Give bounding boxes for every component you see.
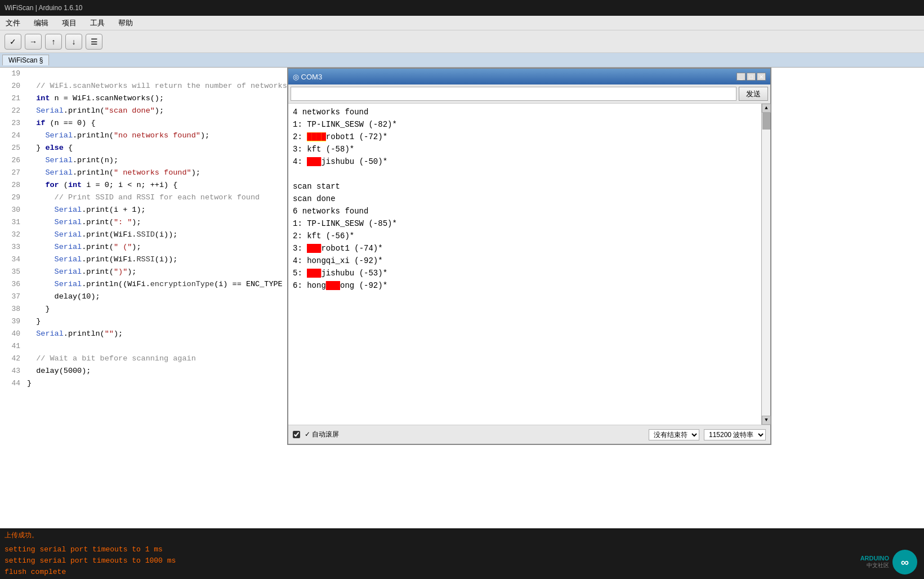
- close-button[interactable]: ✕: [757, 73, 766, 81]
- output-line: 2: ████robot1 (-72)*: [293, 131, 766, 143]
- output-line: 4 networks found: [293, 106, 766, 118]
- title-text: WiFiScan | Arduino 1.6.10: [5, 4, 83, 12]
- send-button[interactable]: 发送: [739, 87, 768, 101]
- output-line: 4: hongqi_xi (-92)*: [293, 255, 766, 267]
- toolbar: ✓ → ↑ ↓ ☰: [0, 30, 924, 53]
- output-line: 3: kft (-58)*: [293, 143, 766, 155]
- arduino-brand-text: ARDUINO: [860, 555, 889, 562]
- output-line: 2: kft (-56)*: [293, 230, 766, 242]
- upload-button[interactable]: →: [25, 34, 42, 50]
- output-line: 3: ███robot1 (-74)*: [293, 242, 766, 255]
- serial-scrollbar[interactable]: ▲ ▼: [761, 104, 770, 425]
- menu-help[interactable]: 帮助: [116, 17, 135, 29]
- scroll-track: [762, 113, 770, 416]
- output-line: 5: ███jishubu (-53)*: [293, 267, 766, 279]
- menu-tools[interactable]: 工具: [88, 17, 107, 29]
- menu-project[interactable]: 项目: [60, 17, 79, 29]
- arduino-logo: ARDUINO 中文社区 ∞: [860, 550, 917, 574]
- arduino-community-text: 中文社区: [860, 562, 889, 569]
- log-line-2: setting serial port timeouts to 1000 ms: [5, 555, 919, 567]
- output-line: 4: ███jishubu (-50)*: [293, 155, 766, 168]
- serial-footer: ✓ 自动滚屏 没有结束符 115200 波特率: [288, 425, 770, 444]
- status-text: 上传成功。: [5, 531, 38, 540]
- serial-monitor-window-controls: _ □ ✕: [736, 73, 766, 81]
- serial-monitor-title: ◎ COM3: [293, 73, 736, 81]
- maximize-button[interactable]: □: [747, 73, 756, 81]
- output-line: 6: hong███ong (-92)*: [293, 279, 766, 292]
- log-area: setting serial port timeouts to 1 ms set…: [0, 542, 924, 579]
- log-line-1: setting serial port timeouts to 1 ms: [5, 544, 919, 555]
- output-line: scan done: [293, 193, 766, 205]
- menu-bar: 文件 编辑 项目 工具 帮助: [0, 16, 924, 30]
- log-line-3: flush complete: [5, 567, 919, 578]
- open-button[interactable]: ↓: [65, 34, 82, 50]
- output-line: 6 networks found: [293, 205, 766, 217]
- tab-wifiscan[interactable]: WiFiScan §: [2, 55, 49, 65]
- serial-monitor: ◎ COM3 _ □ ✕ 发送 4 networks found 1: TP-L…: [287, 68, 771, 445]
- save-button[interactable]: ☰: [86, 34, 102, 50]
- baud-rate-select[interactable]: 115200 波特率: [704, 429, 766, 440]
- menu-edit[interactable]: 编辑: [32, 17, 51, 29]
- scroll-thumb[interactable]: [762, 113, 770, 130]
- scroll-down-arrow[interactable]: ▼: [762, 416, 771, 425]
- serial-monitor-title-bar[interactable]: ◎ COM3 _ □ ✕: [288, 69, 770, 84]
- tab-bar: WiFiScan §: [0, 53, 924, 68]
- autoscroll-label: ✓ 自动滚屏: [305, 430, 339, 439]
- verify-button[interactable]: ✓: [5, 34, 21, 50]
- status-bar: 上传成功。: [0, 528, 924, 542]
- line-ending-select[interactable]: 没有结束符: [649, 429, 699, 440]
- new-button[interactable]: ↑: [45, 34, 62, 50]
- serial-input-row: 发送: [288, 84, 770, 104]
- arduino-logo-icon: ∞: [892, 550, 917, 574]
- serial-output: 4 networks found 1: TP-LINK_SESW (-82)* …: [288, 104, 770, 425]
- output-line: 1: TP-LINK_SESW (-82)*: [293, 118, 766, 131]
- output-line: [293, 168, 766, 180]
- output-line: scan start: [293, 180, 766, 193]
- serial-input-field[interactable]: [291, 87, 736, 101]
- output-line: 1: TP-LINK_SESW (-85)*: [293, 217, 766, 230]
- main-area: 19 20 // WiFi.scanNetworks will return t…: [0, 68, 924, 528]
- menu-file[interactable]: 文件: [3, 17, 23, 29]
- autoscroll-checkbox[interactable]: [293, 431, 300, 438]
- title-bar: WiFiScan | Arduino 1.6.10: [0, 0, 924, 16]
- minimize-button[interactable]: _: [736, 73, 746, 81]
- scroll-up-arrow[interactable]: ▲: [762, 104, 771, 113]
